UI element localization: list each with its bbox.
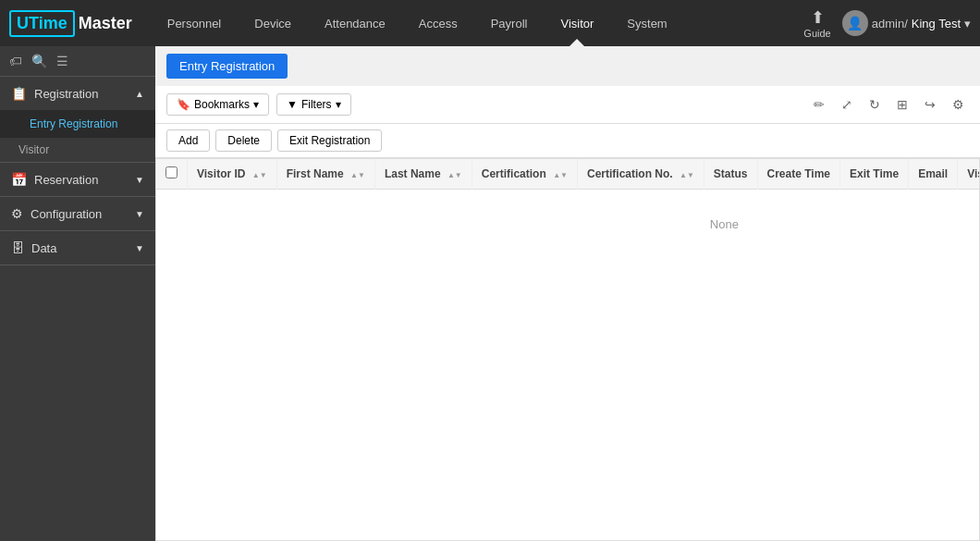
data-label: Data xyxy=(31,241,56,255)
guide-icon: ⬆ xyxy=(811,7,825,28)
nav-payroll[interactable]: Payroll xyxy=(474,0,545,46)
registration-label: Registration xyxy=(34,87,98,101)
reservation-label: Reservation xyxy=(34,173,98,187)
nav-right-section: ⬆ Guide 👤 admin/King Test ▾ xyxy=(803,7,971,39)
configuration-icon: ⚙ xyxy=(11,206,23,221)
filter-icon: ▼ xyxy=(287,98,298,111)
guide-label: Guide xyxy=(803,28,830,39)
table-empty-row: None xyxy=(156,190,980,260)
user-info[interactable]: 👤 admin/King Test ▾ xyxy=(842,10,971,36)
sidebar-section-configuration: ⚙Configuration ▼ xyxy=(0,197,155,231)
last-name-sort-icon: ▲▼ xyxy=(447,172,462,179)
registration-icon: 📋 xyxy=(11,86,27,101)
reservation-icon: 📅 xyxy=(11,172,27,187)
edit-icon-btn[interactable]: ✏ xyxy=(809,94,829,115)
sidebar-toolbar: 🏷 🔍 ☰ xyxy=(0,46,155,77)
sidebar-item-entry-registration[interactable]: Entry Registration xyxy=(0,110,155,138)
tag-icon[interactable]: 🏷 xyxy=(9,54,22,68)
user-admin-label: admin/ xyxy=(872,17,908,31)
col-last-name[interactable]: Last Name ▲▼ xyxy=(374,159,472,190)
col-exit-time[interactable]: Exit Time xyxy=(840,159,909,190)
col-status[interactable]: Status xyxy=(704,159,757,190)
filters-label: Filters xyxy=(301,98,332,111)
bookmarks-label: Bookmarks xyxy=(194,98,250,111)
sidebar: 🏷 🔍 ☰ 📋Registration ▲ Entry Registration… xyxy=(0,46,155,541)
table-body: None xyxy=(156,190,980,260)
registration-chevron: ▲ xyxy=(135,89,144,99)
nav-personnel[interactable]: Personnel xyxy=(151,0,239,46)
main-layout: 🏷 🔍 ☰ 📋Registration ▲ Entry Registration… xyxy=(0,46,980,541)
cert-no-sort-icon: ▲▼ xyxy=(680,172,694,179)
sidebar-configuration-header[interactable]: ⚙Configuration ▼ xyxy=(0,197,155,230)
table-header-row: Visitor ID ▲▼ First Name ▲▼ Last Name ▲▼ xyxy=(156,159,980,190)
data-table: Visitor ID ▲▼ First Name ▲▼ Last Name ▲▼ xyxy=(156,159,980,259)
app-logo[interactable]: UTime Master xyxy=(9,10,132,37)
top-navigation: UTime Master Personnel Device Attendance… xyxy=(0,0,980,46)
col-certification[interactable]: Certification ▲▼ xyxy=(472,159,577,190)
add-button[interactable]: Add xyxy=(166,129,210,152)
action-bar: Add Delete Exit Registration xyxy=(155,124,980,158)
col-first-name[interactable]: First Name ▲▼ xyxy=(276,159,374,190)
sidebar-registration-header[interactable]: 📋Registration ▲ xyxy=(0,77,155,110)
entry-registration-breadcrumb-btn[interactable]: Entry Registration xyxy=(166,54,288,79)
columns-icon-btn[interactable]: ⊞ xyxy=(892,94,913,115)
expand-icon-btn[interactable]: ⤢ xyxy=(837,94,857,115)
select-all-checkbox[interactable] xyxy=(165,166,178,178)
main-content: Entry Registration 🔖 Bookmarks ▾ ▼ Filte… xyxy=(155,46,980,541)
delete-button[interactable]: Delete xyxy=(215,129,272,152)
certification-sort-icon: ▲▼ xyxy=(553,172,568,179)
nav-access[interactable]: Access xyxy=(402,0,474,46)
visitor-id-sort-icon: ▲▼ xyxy=(252,172,267,179)
avatar: 👤 xyxy=(842,10,868,36)
data-icon: 🗄 xyxy=(11,240,24,255)
filters-button[interactable]: ▼ Filters ▾ xyxy=(276,93,351,116)
col-visitor-id[interactable]: Visitor ID ▲▼ xyxy=(188,159,277,190)
sidebar-section-data: 🗄Data ▼ xyxy=(0,231,155,265)
guide-button[interactable]: ⬆ Guide xyxy=(803,7,830,39)
page-header: Entry Registration xyxy=(155,46,980,86)
data-table-container: Visitor ID ▲▼ First Name ▲▼ Last Name ▲▼ xyxy=(155,158,980,541)
user-dropdown-icon: ▾ xyxy=(964,17,971,31)
sidebar-section-reservation: 📅Reservation ▼ xyxy=(0,163,155,197)
sidebar-section-registration: 📋Registration ▲ Entry Registration Visit… xyxy=(0,77,155,163)
logo-utime: UTime xyxy=(9,10,75,37)
col-visit-department[interactable]: Visit Department xyxy=(958,159,980,190)
list-icon[interactable]: ☰ xyxy=(56,54,68,68)
settings-icon-btn[interactable]: ⚙ xyxy=(948,94,969,115)
username-label: King Test xyxy=(912,17,961,31)
search-icon[interactable]: 🔍 xyxy=(31,54,47,68)
nav-menu: Personnel Device Attendance Access Payro… xyxy=(151,0,804,46)
col-create-time[interactable]: Create Time xyxy=(757,159,839,190)
exit-registration-button[interactable]: Exit Registration xyxy=(277,129,382,152)
col-certification-no[interactable]: Certification No. ▲▼ xyxy=(577,159,704,190)
nav-attendance[interactable]: Attendance xyxy=(308,0,402,46)
bookmarks-dropdown-icon: ▾ xyxy=(253,98,259,111)
nav-system[interactable]: System xyxy=(610,0,683,46)
table-toolbar: 🔖 Bookmarks ▾ ▼ Filters ▾ ✏ ⤢ ↻ ⊞ ↪ ⚙ xyxy=(155,86,980,124)
data-chevron: ▼ xyxy=(135,243,144,253)
bookmark-icon: 🔖 xyxy=(177,98,190,111)
checkbox-header[interactable] xyxy=(156,159,188,190)
empty-message: None xyxy=(156,190,980,260)
refresh-icon-btn[interactable]: ↻ xyxy=(864,94,885,115)
logo-master: Master xyxy=(79,14,132,33)
sidebar-reservation-header[interactable]: 📅Reservation ▼ xyxy=(0,163,155,196)
filters-dropdown-icon: ▾ xyxy=(336,98,341,111)
first-name-sort-icon: ▲▼ xyxy=(350,172,365,179)
col-email[interactable]: Email xyxy=(909,159,958,190)
share-icon-btn[interactable]: ↪ xyxy=(920,94,940,115)
reservation-chevron: ▼ xyxy=(135,175,144,185)
nav-device[interactable]: Device xyxy=(238,0,308,46)
sidebar-data-header[interactable]: 🗄Data ▼ xyxy=(0,231,155,264)
configuration-chevron: ▼ xyxy=(135,209,144,219)
configuration-label: Configuration xyxy=(31,207,102,221)
sidebar-item-visitor[interactable]: Visitor xyxy=(0,138,155,162)
nav-visitor[interactable]: Visitor xyxy=(544,0,610,46)
bookmarks-button[interactable]: 🔖 Bookmarks ▾ xyxy=(166,93,269,116)
